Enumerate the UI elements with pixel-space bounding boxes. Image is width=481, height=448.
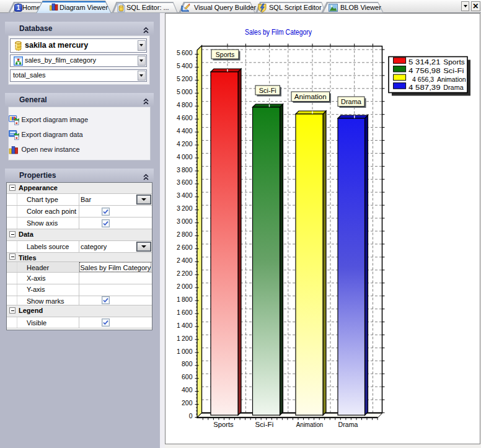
svg-text:5 200: 5 200 (177, 75, 193, 82)
svg-text:3 000: 3 000 (177, 217, 193, 225)
svg-text:Sports: Sports (443, 58, 465, 66)
svg-text:Animation: Animation (294, 93, 327, 100)
svg-text:Drama: Drama (341, 98, 362, 105)
svg-text:Sales by Film Category: Sales by Film Category (245, 28, 312, 37)
svg-text:2 000: 2 000 (177, 283, 193, 290)
svg-text:5 600: 5 600 (177, 49, 193, 56)
svg-text:1 800: 1 800 (177, 296, 193, 303)
svg-text:Animation: Animation (437, 76, 466, 83)
svg-text:600: 600 (182, 373, 193, 380)
svg-text:4 200: 4 200 (177, 140, 193, 147)
svg-text:5 000: 5 000 (177, 88, 193, 95)
svg-text:4 800: 4 800 (177, 101, 193, 108)
svg-text:Sci-Fi: Sci-Fi (443, 67, 464, 74)
svg-text:Sci-Fi: Sci-Fi (255, 421, 273, 428)
svg-text:400: 400 (182, 386, 193, 393)
svg-text:1 200: 1 200 (177, 335, 193, 342)
svg-text:Animation: Animation (296, 421, 324, 428)
svg-text:0: 0 (189, 412, 193, 419)
svg-text:1 600: 1 600 (177, 309, 193, 316)
svg-text:4 756,98: 4 756,98 (408, 67, 440, 74)
svg-text:3 200: 3 200 (177, 204, 193, 212)
svg-text:Sci-Fi: Sci-Fi (259, 87, 276, 94)
svg-text:Drama: Drama (443, 84, 464, 91)
svg-text:3 600: 3 600 (177, 178, 193, 186)
svg-text:2 800: 2 800 (177, 231, 193, 238)
svg-text:1 400: 1 400 (177, 322, 193, 329)
svg-text:2 200: 2 200 (177, 270, 193, 277)
svg-text:5 400: 5 400 (177, 62, 193, 69)
svg-text:5 314,21: 5 314,21 (408, 58, 440, 66)
svg-text:2 600: 2 600 (177, 244, 193, 251)
svg-text:Sports: Sports (213, 421, 234, 428)
svg-text:1 000: 1 000 (177, 348, 193, 355)
svg-text:Drama: Drama (338, 421, 359, 428)
svg-text:4 600: 4 600 (177, 114, 193, 121)
svg-text:4 400: 4 400 (177, 127, 193, 134)
svg-text:Sports: Sports (216, 51, 235, 58)
svg-text:3 400: 3 400 (177, 191, 193, 199)
svg-text:3 800: 3 800 (177, 166, 193, 173)
svg-text:4 656,3: 4 656,3 (412, 76, 434, 83)
svg-text:4 587,39: 4 587,39 (408, 84, 440, 91)
svg-text:4 000: 4 000 (177, 153, 193, 160)
svg-text:2 400: 2 400 (177, 257, 193, 264)
svg-text:800: 800 (182, 360, 193, 367)
svg-text:200: 200 (182, 399, 193, 406)
